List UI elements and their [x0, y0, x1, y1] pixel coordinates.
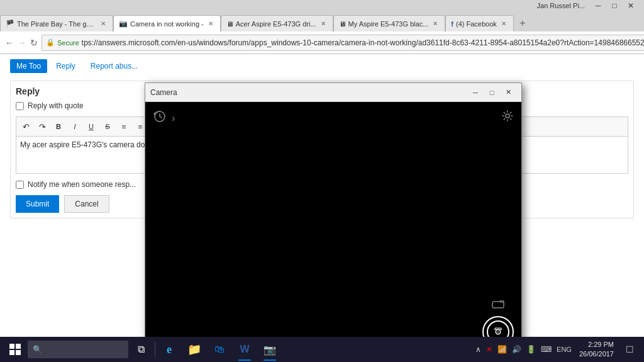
taskbar-separator-1: [155, 342, 155, 357]
tab-acer-driver-close[interactable]: ✕: [319, 20, 328, 28]
tray-antivirus-icon[interactable]: ✕: [485, 345, 494, 354]
tab-acer-driver-title: Acer Aspire E5-473G dri...: [236, 20, 316, 28]
word-icon: W: [240, 344, 249, 355]
camera-settings-icon[interactable]: [501, 110, 514, 125]
reload-button[interactable]: ↻: [30, 35, 38, 50]
report-abuse-button[interactable]: Report abus...: [84, 59, 144, 73]
camera-top-icons: ›: [153, 110, 175, 127]
address-box[interactable]: 🔒 Secure tps://answers.microsoft.com/en-…: [42, 35, 644, 51]
tab-aspire-black-title: My Aspire E5-473G blac...: [348, 20, 429, 28]
tab-aspire-black-favicon: 🖥: [339, 20, 346, 28]
tab-aspire-black[interactable]: 🖥 My Aspire E5-473G blac... ✕: [333, 15, 446, 31]
tray-volume-icon[interactable]: 🔊: [511, 345, 523, 354]
taskbar-word[interactable]: W: [232, 337, 257, 362]
tab-camera-close[interactable]: ✕: [206, 20, 215, 28]
page-content: Me Too Reply Report abus... Reply Reply …: [0, 54, 644, 362]
tab-camera-title: Camera in not working -: [130, 20, 204, 28]
align-left-button[interactable]: ≡: [117, 120, 131, 133]
window-minimize[interactable]: ─: [590, 0, 606, 11]
camera-maximize-button[interactable]: □: [484, 86, 500, 99]
taskbar-store[interactable]: 🛍: [207, 337, 232, 362]
word-active-indicator: [238, 359, 251, 361]
browser-frame: Jan Russel Pi... ─ □ ✕ 🏴 The Pirate Bay …: [0, 0, 644, 362]
svg-rect-9: [9, 350, 14, 355]
secure-label: Secure: [57, 39, 79, 47]
redo-button[interactable]: ↷: [35, 120, 49, 133]
tab-acer-driver[interactable]: 🖥 Acer Aspire E5-473G dri... ✕: [221, 15, 333, 31]
secure-icon: 🔒: [46, 38, 55, 47]
tray-battery-icon[interactable]: 🔋: [525, 345, 537, 354]
tab-bar: 🏴 The Pirate Bay - The gal... ✕ 📷 Camera…: [0, 11, 644, 31]
forward-button[interactable]: →: [18, 35, 26, 50]
back-button[interactable]: ←: [5, 35, 14, 50]
tab-piratebay-close[interactable]: ✕: [99, 20, 108, 28]
user-label: Jan Russel Pi...: [537, 2, 585, 9]
taskbar-tray: ∧ ✕ 📶 🔊 🔋 ⌨ ENG 2:29 PM 26/06/2017 ☐: [472, 337, 641, 362]
tray-time-value: 2:29 PM: [579, 340, 614, 349]
tab-piratebay[interactable]: 🏴 The Pirate Bay - The gal... ✕: [0, 15, 113, 31]
tray-expand-icon[interactable]: ∧: [474, 345, 482, 354]
notify-label: Notify me when someone resp...: [28, 180, 136, 189]
tab-facebook-title: (4) Facebook: [456, 20, 497, 28]
submit-button[interactable]: Submit: [16, 195, 59, 213]
camera-close-button[interactable]: ✕: [500, 86, 516, 99]
tray-clock[interactable]: 2:29 PM 26/06/2017: [575, 340, 618, 359]
bold-button[interactable]: B: [52, 120, 65, 133]
tab-acer-driver-favicon: 🖥: [226, 20, 233, 28]
undo-button[interactable]: ↶: [19, 120, 33, 133]
svg-rect-10: [16, 350, 21, 355]
explorer-icon: 📁: [187, 342, 201, 356]
taskbar-edge[interactable]: e: [157, 337, 182, 362]
cancel-button[interactable]: Cancel: [64, 195, 109, 213]
tray-keyboard-icon[interactable]: ⌨: [540, 345, 553, 354]
taskview-button[interactable]: ⧉: [128, 337, 153, 362]
start-button[interactable]: [3, 337, 28, 362]
italic-button[interactable]: I: [68, 120, 82, 133]
camera-app-icon: 📷: [264, 344, 276, 356]
camera-switch-icon[interactable]: [492, 300, 504, 311]
tab-camera[interactable]: 📷 Camera in not working - ✕: [113, 15, 221, 31]
taskbar-pinned: e 📁 🛍 W 📷: [157, 337, 282, 362]
tray-network-icon[interactable]: 📶: [496, 345, 508, 354]
action-center-button[interactable]: ☐: [620, 337, 639, 362]
taskview-icon: ⧉: [138, 344, 145, 355]
svg-point-6: [497, 331, 500, 334]
edge-icon: e: [167, 343, 172, 356]
svg-rect-7: [9, 344, 14, 349]
tab-aspire-black-close[interactable]: ✕: [431, 20, 440, 28]
camera-titlebar: Camera ─ □ ✕: [145, 83, 521, 102]
store-icon: 🛍: [214, 344, 225, 355]
tab-facebook-favicon: f: [451, 20, 453, 28]
taskbar-camera[interactable]: 📷: [257, 337, 282, 362]
tab-piratebay-title: The Pirate Bay - The gal...: [17, 20, 96, 28]
camera-title: Camera: [150, 88, 467, 97]
taskbar-search-icon: 🔍: [33, 345, 42, 354]
camera-rotate-icon[interactable]: [153, 110, 167, 127]
svg-rect-8: [16, 344, 21, 349]
reply-button[interactable]: Reply: [50, 59, 82, 73]
tab-facebook-close[interactable]: ✕: [499, 20, 508, 28]
tab-facebook[interactable]: f (4) Facebook ✕: [445, 15, 513, 31]
new-tab-button[interactable]: +: [514, 15, 531, 31]
taskbar: 🔍 ⧉ e 📁 🛍 W 📷 ∧ ✕ 📶 🔊: [0, 337, 644, 362]
svg-point-2: [506, 114, 509, 118]
window-close[interactable]: ✕: [623, 0, 639, 11]
notify-checkbox[interactable]: [16, 181, 24, 189]
taskbar-explorer[interactable]: 📁: [182, 337, 207, 362]
tab-camera-favicon: 📷: [119, 20, 128, 28]
address-text: tps://answers.microsoft.com/en-us/window…: [82, 38, 644, 47]
camera-minimize-button[interactable]: ─: [467, 86, 484, 99]
tray-language[interactable]: ENG: [555, 346, 573, 353]
camera-body: ›: [145, 102, 521, 362]
camera-active-indicator: [264, 359, 276, 361]
strikethrough-button[interactable]: S: [101, 120, 114, 133]
taskbar-search[interactable]: 🔍: [28, 341, 128, 358]
reply-with-quote-checkbox[interactable]: [16, 102, 24, 110]
tray-date-value: 26/06/2017: [579, 349, 614, 359]
camera-window: Camera ─ □ ✕: [145, 82, 522, 362]
reply-with-quote-label: Reply with quote: [28, 101, 84, 110]
camera-arrow-icon[interactable]: ›: [172, 113, 175, 124]
me-too-button[interactable]: Me Too: [10, 59, 47, 73]
underline-button[interactable]: U: [84, 120, 98, 133]
window-maximize[interactable]: □: [606, 0, 623, 11]
